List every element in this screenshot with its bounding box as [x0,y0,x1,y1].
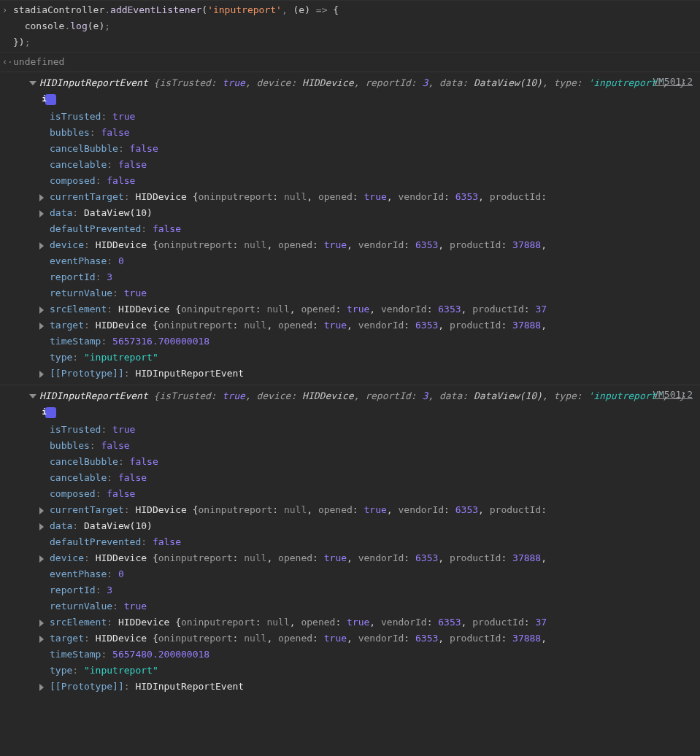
property-value: HIDDevice {oninputreport: null, opened: … [118,617,547,628]
chevron-right-icon[interactable] [39,210,44,217]
property-key: cancelable [50,472,107,483]
property-value: HIDDevice {oninputreport: null, opened: … [135,504,547,515]
property-key: data [50,207,72,218]
property-key: returnValue [50,601,112,612]
info-badge-icon[interactable]: i [45,94,56,105]
property-row[interactable]: [[Prototype]]: HIDInputReportEvent [39,679,697,695]
property-value: 5657316.700000018 [112,336,209,347]
info-badge-icon[interactable]: i [45,407,56,418]
property-key: type [50,665,72,676]
property-row[interactable]: target: HIDDevice {oninputreport: null, … [39,630,697,647]
chevron-right-icon[interactable] [39,371,44,378]
console-input-code[interactable]: stadiaController.addEventListener('input… [13,2,697,50]
property-row[interactable]: [[Prototype]]: HIDInputReportEvent [39,366,697,382]
property-value: true [124,288,147,298]
property-key: reportId [50,271,96,282]
property-row[interactable]: currentTarget: HIDDevice {oninputreport:… [39,502,697,518]
property-key: bubbles [50,127,90,138]
property-value: DataView(10) [84,207,153,218]
property-value: 3 [107,585,112,595]
chevron-right-icon[interactable] [39,555,44,563]
property-value: false [101,440,129,451]
property-value: 5657480.200000018 [112,649,209,660]
property-key: eventPhase [50,568,107,579]
chevron-right-icon[interactable] [39,242,44,250]
chevron-right-icon[interactable] [39,684,44,691]
property-key: cancelBubble [50,143,118,154]
console-log-entry: VM501:2HIDInputReportEvent {isTrusted: t… [0,72,700,385]
property-list: isTrusted: truebubbles: falsecancelBubbl… [39,109,697,382]
property-row: type: "inputreport" [39,350,697,366]
property-row[interactable]: srcElement: HIDDevice {oninputreport: nu… [39,614,697,630]
chevron-right-icon[interactable] [39,323,44,330]
property-value: false [118,159,147,170]
property-row: reportId: 3 [39,582,697,598]
property-row[interactable]: data: DataView(10) [39,518,697,534]
property-value: "inputreport" [84,352,158,363]
chevron-down-icon[interactable] [29,81,36,85]
property-row: timeStamp: 5657316.700000018 [39,333,697,350]
property-row[interactable]: currentTarget: HIDDevice {oninputreport:… [39,189,697,205]
property-key: device [50,239,84,250]
property-row[interactable]: target: HIDDevice {oninputreport: null, … [39,317,697,333]
property-value: 0 [118,255,124,266]
property-key: currentTarget [50,191,124,202]
property-row: eventPhase: 0 [39,566,697,582]
property-value: false [153,223,181,234]
property-value: HIDInputReportEvent [135,368,244,379]
property-value: false [130,143,158,154]
property-row: reportId: 3 [39,269,697,285]
property-row[interactable]: device: HIDDevice {oninputreport: null, … [39,550,697,566]
property-value: HIDDevice {oninputreport: null, opened: … [96,239,547,250]
property-key: defaultPrevented [50,536,141,547]
property-row: returnValue: true [39,285,697,301]
property-row: cancelBubble: false [39,454,697,470]
property-key: type [50,352,72,363]
property-value: true [112,424,135,435]
object-summary[interactable]: HIDInputReportEvent {isTrusted: true, de… [29,388,697,420]
property-key: srcElement [50,617,107,628]
result-value[interactable]: undefined [13,56,64,67]
property-key: device [50,552,84,563]
property-key: cancelable [50,159,107,170]
property-row[interactable]: device: HIDDevice {oninputreport: null, … [39,237,697,253]
property-key: isTrusted [50,424,101,435]
property-row[interactable]: data: DataView(10) [39,205,697,221]
property-key: target [50,320,84,331]
property-row[interactable]: srcElement: HIDDevice {oninputreport: nu… [39,301,697,317]
property-key: returnValue [50,288,112,298]
property-row: isTrusted: true [39,109,697,125]
property-value: false [153,536,181,547]
property-value: "inputreport" [84,665,158,676]
property-value: HIDDevice {oninputreport: null, opened: … [96,552,547,563]
property-key: [[Prototype]] [50,368,124,379]
property-value: false [118,472,147,483]
object-summary[interactable]: HIDInputReportEvent {isTrusted: true, de… [29,75,697,107]
property-row: bubbles: false [39,438,697,454]
property-row: cancelBubble: false [39,141,697,157]
property-value: HIDDevice {oninputreport: null, opened: … [96,320,547,331]
property-row: type: "inputreport" [39,663,697,679]
chevron-down-icon[interactable] [29,394,36,398]
property-row: returnValue: true [39,598,697,614]
property-list: isTrusted: truebubbles: falsecancelBubbl… [39,422,697,695]
property-value: HIDInputReportEvent [135,681,244,692]
property-value: true [124,601,147,612]
console-log-entry: VM501:2HIDInputReportEvent {isTrusted: t… [0,385,700,698]
property-key: isTrusted [50,111,101,122]
input-prompt-icon: › [2,2,7,18]
chevron-right-icon[interactable] [39,306,44,314]
chevron-right-icon[interactable] [39,507,44,514]
chevron-right-icon[interactable] [39,620,44,627]
chevron-right-icon[interactable] [39,523,44,531]
property-key: composed [50,488,96,499]
property-row: isTrusted: true [39,422,697,438]
console-result-row: ‹· undefined [0,52,700,72]
property-row: timeStamp: 5657480.200000018 [39,647,697,663]
chevron-right-icon[interactable] [39,194,44,201]
property-value: HIDDevice {oninputreport: null, opened: … [118,304,547,315]
property-value: DataView(10) [84,520,153,531]
property-row: bubbles: false [39,125,697,141]
chevron-right-icon[interactable] [39,636,44,643]
property-value: false [107,175,135,186]
